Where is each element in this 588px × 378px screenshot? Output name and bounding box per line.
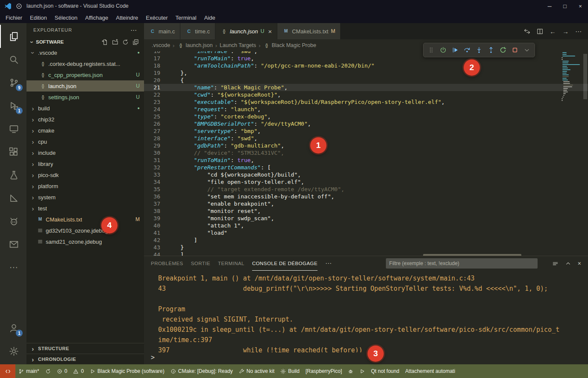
power-icon[interactable]: [438, 44, 449, 56]
code-line[interactable]: 35 // "target extended-remote /dev/ttyAC…: [144, 186, 588, 193]
stop-icon[interactable]: [509, 44, 520, 56]
code-line[interactable]: 28 "interface": "swd",: [144, 135, 588, 142]
menu-item-s-lection[interactable]: Sélection: [51, 13, 81, 22]
line-number[interactable]: 37: [144, 200, 167, 207]
sidebar-section-structure[interactable]: ›STRUCTURE: [26, 343, 144, 354]
line-number[interactable]: 29: [144, 142, 167, 149]
tree-item-gd32vf103-ozone-jdebug[interactable]: gd32vf103_ozone.jdebug: [26, 225, 144, 236]
close-button[interactable]: ×: [573, 0, 588, 12]
code-line[interactable]: 20 {: [144, 77, 588, 84]
close-icon[interactable]: ×: [268, 28, 272, 35]
code-line[interactable]: 41 "load": [144, 229, 588, 236]
code-line[interactable]: 24 "request": "launch",: [144, 106, 588, 113]
status-qt[interactable]: Qt not found: [368, 364, 402, 378]
status-cmake-kit[interactable]: No active kit: [236, 364, 277, 378]
code-line[interactable]: 34 "file open-story-teller.elf",: [144, 178, 588, 186]
tree-item-samd21-ozone-jdebug[interactable]: samd21_ozone.jdebug: [26, 236, 144, 247]
code-line[interactable]: 33 "cd ${workspaceRoot}/build",: [144, 171, 588, 178]
panel-tab-probl-mes[interactable]: PROBLÈMES: [151, 256, 183, 271]
minimap[interactable]: [561, 52, 581, 102]
status-git-branch[interactable]: main*: [15, 364, 42, 378]
code-line[interactable]: 40 "attach 1",: [144, 222, 588, 229]
breadcrumb-item-launch-json[interactable]: {}launch.json: [177, 42, 212, 48]
menu-item-terminal[interactable]: Terminal: [172, 13, 200, 22]
line-number[interactable]: 25: [144, 113, 167, 120]
code-line[interactable]: 43 }: [144, 244, 588, 251]
maximize-button[interactable]: □: [557, 0, 573, 12]
code-line[interactable]: 42 ]: [144, 236, 588, 244]
step-over-icon[interactable]: [462, 44, 473, 56]
new-file-icon[interactable]: [102, 39, 108, 45]
close-icon[interactable]: ×: [578, 260, 581, 266]
code-line[interactable]: 36 "set mem inaccessible-by-default off"…: [144, 193, 588, 200]
breadcrumb-item-black-magic-probe[interactable]: {}Black Magic Probe: [263, 42, 316, 48]
step-out-icon[interactable]: [485, 44, 497, 56]
line-number[interactable]: 19: [144, 69, 167, 77]
lines-icon[interactable]: [552, 260, 559, 267]
split-editor-icon[interactable]: [537, 28, 543, 35]
new-folder-icon[interactable]: [112, 39, 118, 45]
status-cmake-run[interactable]: [356, 364, 368, 378]
more-actions-icon[interactable]: ⋯: [130, 27, 137, 33]
open-changes-icon[interactable]: [524, 28, 530, 35]
tab-time-c[interactable]: Ctime.c: [180, 23, 215, 39]
activity-item-run-and-debug[interactable]: 1: [0, 94, 26, 117]
line-number[interactable]: 44: [144, 251, 167, 256]
code-line[interactable]: 37 "enable breakpoint",: [144, 200, 588, 207]
activity-item-search[interactable]: [0, 48, 26, 71]
activity-item-testing[interactable]: [0, 163, 26, 186]
menu-item-aide[interactable]: Aide: [200, 13, 219, 22]
tree-item-build[interactable]: ›build●: [26, 103, 144, 114]
code-line[interactable]: 25 "type": "cortex-debug",: [144, 113, 588, 120]
collapse-all-icon[interactable]: [132, 39, 139, 45]
line-number[interactable]: 40: [144, 222, 167, 229]
status-errors[interactable]: 0: [54, 364, 71, 378]
line-number[interactable]: 18: [144, 62, 167, 69]
status-warnings[interactable]: 0: [70, 364, 87, 378]
activity-item-accounts[interactable]: 1: [0, 316, 26, 340]
code-line[interactable]: 31 "runToMain": true,: [144, 157, 588, 164]
tree-item-library[interactable]: ›library: [26, 158, 144, 169]
menu-item-fichier[interactable]: Fichier: [2, 13, 26, 22]
line-number[interactable]: 23: [144, 98, 167, 106]
drag-handle-icon[interactable]: [426, 44, 437, 56]
status-debug-config[interactable]: Black Magic Probe (software): [87, 364, 168, 378]
tree-item-system[interactable]: ›system: [26, 192, 144, 203]
code-line[interactable]: 32 "preRestartCommands": [: [144, 164, 588, 171]
activity-item-settings[interactable]: [0, 340, 26, 363]
status-cmake-build[interactable]: Build: [277, 364, 303, 378]
status-sync[interactable]: [42, 364, 54, 378]
tree-item-chip32[interactable]: ›chip32: [26, 114, 144, 125]
restart-icon[interactable]: [497, 44, 509, 56]
tab-main-c[interactable]: Cmain.c: [144, 23, 180, 39]
code-editor[interactable]: 16 "interface": "swd",17 "runToMain": tr…: [144, 51, 588, 256]
panel-tab-sortie[interactable]: SORTIE: [191, 256, 210, 271]
line-number[interactable]: 22: [144, 91, 167, 98]
tab-launch-json[interactable]: {}launch.jsonU×: [215, 23, 277, 39]
activity-item-messages[interactable]: [0, 233, 26, 256]
code-line[interactable]: 18 "armToolchainPath": "/opt/gcc-arm-non…: [144, 62, 588, 69]
panel-tab-terminal[interactable]: TERMINAL: [218, 256, 244, 271]
code-line[interactable]: 23 "executable": "${workspaceRoot}/build…: [144, 98, 588, 106]
continue-icon[interactable]: [450, 44, 461, 56]
activity-item-source-control[interactable]: 9: [0, 71, 26, 94]
debug-console-output[interactable]: Breakpoint 1, main () at /mnt/data/git/o…: [144, 271, 588, 352]
line-number[interactable]: 26: [144, 120, 167, 127]
activity-item-extensions[interactable]: [0, 140, 26, 163]
line-number[interactable]: 34: [144, 178, 167, 186]
tree-item-c-cpp-properties-json[interactable]: {}c_cpp_properties.jsonU: [26, 69, 144, 80]
code-line[interactable]: 22 "cwd": "${workspaceRoot}",: [144, 91, 588, 98]
step-into-icon[interactable]: [473, 44, 485, 56]
add-configuration-button[interactable]: Ajouter une configuration...: [423, 254, 521, 256]
code-line[interactable]: 39 "monitor swdp_scan",: [144, 215, 588, 222]
ellipsis-icon[interactable]: ⋯: [575, 28, 582, 35]
code-line[interactable]: 44 ]: [144, 251, 588, 256]
menu-item-ex-cuter[interactable]: Exécuter: [142, 13, 171, 22]
tree-item-pico-sdk[interactable]: ›pico-sdk: [26, 169, 144, 180]
arrow-right-icon[interactable]: →: [562, 28, 569, 35]
editor-scrollbar[interactable]: [583, 54, 587, 99]
panel-tab-console-de-d-bogage[interactable]: CONSOLE DE DÉBOGAGE: [252, 256, 318, 271]
breadcrumb-item-launch-targets[interactable]: Launch Targets: [220, 42, 256, 48]
folder-section-header[interactable]: › SOFTWARE: [26, 37, 144, 47]
line-number[interactable]: 17: [144, 55, 167, 62]
